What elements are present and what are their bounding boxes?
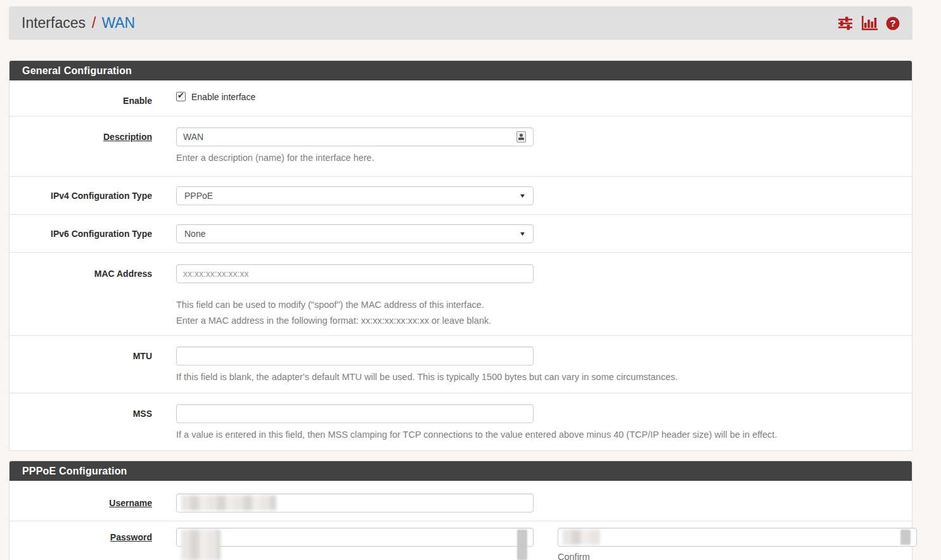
mss-input[interactable] bbox=[176, 404, 534, 423]
mss-row: MSS If a value is entered in this field,… bbox=[10, 393, 912, 450]
mtu-help-text: If this field is blank, the adapter's de… bbox=[176, 369, 912, 385]
password-input[interactable] bbox=[176, 528, 534, 547]
redacted-reveal-icon bbox=[517, 530, 527, 560]
ipv4-type-label: IPv4 Configuration Type bbox=[10, 186, 152, 205]
enable-row: Enable Enable interface bbox=[10, 80, 912, 117]
description-help-text: Enter a description (name) for the inter… bbox=[176, 150, 912, 166]
chevron-down-icon: ▼ bbox=[519, 193, 527, 199]
general-configuration-title: General Configuration bbox=[10, 61, 912, 80]
mtu-row: MTU If this field is blank, the adapter'… bbox=[10, 336, 912, 393]
header-icons: ? bbox=[838, 16, 900, 30]
bar-chart-icon[interactable] bbox=[861, 16, 878, 30]
mss-help-text: If a value is entered in this field, the… bbox=[176, 427, 912, 443]
redacted-password-value bbox=[181, 530, 221, 560]
ipv4-type-selected-value: PPPoE bbox=[184, 191, 213, 201]
general-configuration-panel: General Configuration Enable Enable inte… bbox=[9, 60, 912, 451]
mac-address-label: MAC Address bbox=[10, 264, 152, 329]
breadcrumb-page-link[interactable]: WAN bbox=[101, 15, 135, 31]
mac-help-text: This field can be used to modify ("spoof… bbox=[176, 297, 912, 329]
mtu-input[interactable] bbox=[176, 347, 534, 366]
description-label: Description bbox=[10, 127, 152, 166]
breadcrumb-separator: / bbox=[92, 15, 96, 31]
help-icon[interactable]: ? bbox=[886, 16, 900, 30]
redacted-username-value bbox=[181, 495, 276, 511]
svg-text:?: ? bbox=[890, 18, 895, 29]
description-input[interactable] bbox=[176, 127, 534, 146]
redacted-reveal-icon bbox=[900, 530, 911, 545]
autofill-icon[interactable] bbox=[516, 131, 526, 143]
password-label: Password bbox=[10, 528, 152, 560]
sliders-icon[interactable] bbox=[838, 16, 853, 30]
breadcrumb-section: Interfaces bbox=[22, 15, 86, 31]
breadcrumb: Interfaces/WAN bbox=[22, 15, 135, 32]
username-row: Username bbox=[10, 481, 912, 521]
ipv6-type-selected-value: None bbox=[184, 229, 205, 239]
description-row: Description Enter a description (name) f… bbox=[10, 117, 912, 177]
chevron-down-icon: ▼ bbox=[519, 231, 527, 237]
mac-address-row: MAC Address This field can be used to mo… bbox=[10, 253, 912, 336]
page: Interfaces/WAN bbox=[0, 0, 941, 560]
pppoe-configuration-title: PPPoE Configuration bbox=[10, 461, 912, 481]
breadcrumb-bar: Interfaces/WAN bbox=[9, 6, 912, 40]
username-label: Username bbox=[10, 493, 152, 512]
ipv6-type-label: IPv6 Configuration Type bbox=[10, 224, 152, 243]
enable-interface-checkbox-label: Enable interface bbox=[191, 92, 255, 102]
ipv4-type-row: IPv4 Configuration Type PPPoE ▼ bbox=[10, 177, 912, 215]
enable-interface-checkbox[interactable] bbox=[176, 92, 186, 101]
ipv6-type-row: IPv6 Configuration Type None ▼ bbox=[10, 215, 912, 253]
mac-address-input[interactable] bbox=[176, 264, 534, 283]
mss-label: MSS bbox=[10, 404, 152, 443]
confirm-help-text: Confirm bbox=[558, 552, 917, 560]
enable-label: Enable bbox=[10, 91, 152, 106]
ipv6-type-select[interactable]: None ▼ bbox=[176, 224, 534, 243]
pppoe-configuration-panel: PPPoE Configuration Username Password bbox=[9, 461, 912, 560]
ipv4-type-select[interactable]: PPPoE ▼ bbox=[176, 186, 534, 205]
redacted-confirm-password-value bbox=[563, 530, 599, 545]
password-row: Password bbox=[10, 521, 912, 560]
password-confirm-input[interactable] bbox=[558, 528, 917, 547]
mtu-label: MTU bbox=[10, 347, 152, 385]
